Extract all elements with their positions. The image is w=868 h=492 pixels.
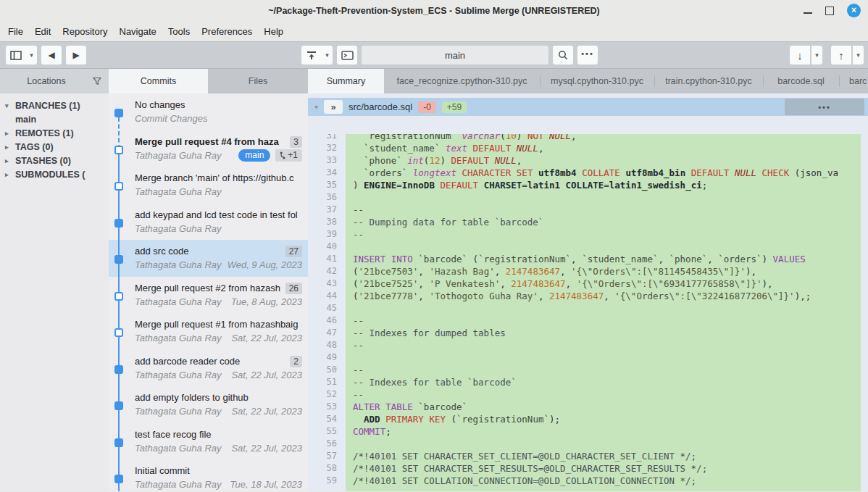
- commit-meta: Tathagata Guha RayTue, 8 Aug, 2023: [135, 295, 302, 309]
- toolbar-more-button[interactable]: •••: [577, 46, 598, 64]
- code-text: INSERT INTO `barcode` (`registrationNum`…: [346, 253, 861, 265]
- commit-row[interactable]: No changesCommit Changes: [109, 93, 308, 130]
- content-area: ▾BRANCHES (1) main ▸REMOTES (1) ▸TAGS (0…: [0, 93, 868, 491]
- current-branch-label: main: [445, 50, 465, 61]
- sidebar-item-remotes[interactable]: ▸REMOTES (1): [0, 126, 109, 140]
- commit-node-icon: [114, 255, 123, 264]
- commit-author: Tathagata Guha Ray: [135, 149, 222, 163]
- stage-hunk-button[interactable]: »: [324, 100, 343, 114]
- tab-summary[interactable]: Summary: [308, 69, 384, 93]
- commit-node-icon: [114, 182, 123, 191]
- forward-button[interactable]: ▶: [66, 46, 86, 64]
- maximize-button[interactable]: [825, 7, 834, 15]
- collapse-triangle-icon[interactable]: ▾: [314, 103, 318, 111]
- code-text: -- Indexes for dumped tables: [346, 327, 861, 339]
- menu-edit[interactable]: Edit: [35, 26, 51, 37]
- code-line: 36: [308, 191, 861, 204]
- sidebar-item-submodules[interactable]: ▸SUBMODULES (: [0, 167, 109, 181]
- menu-navigate[interactable]: Navigate: [120, 26, 157, 37]
- commit-author: Tathagata Guha Ray: [135, 222, 222, 236]
- push-dropdown-button[interactable]: ▾: [853, 46, 864, 64]
- graph-line-dashed: [118, 117, 120, 149]
- code-text: --: [346, 364, 861, 376]
- code-line: 56: [308, 438, 861, 450]
- commit-title: add empty folders to github: [135, 391, 302, 404]
- sidebar-item-tags[interactable]: ▸TAGS (0): [0, 140, 109, 154]
- branch-field[interactable]: main: [362, 46, 548, 64]
- commit-meta: Tathagata Guha RaySat, 22 Jul, 2023: [135, 331, 302, 346]
- commit-date: Wed, 9 Aug, 2023: [228, 258, 302, 272]
- diff-file-name: src/barcode.sql: [349, 101, 412, 112]
- tab-face-recognize-pyc[interactable]: face_recognize.cpython-310.pyc: [384, 69, 540, 93]
- search-button[interactable]: [553, 46, 573, 64]
- code-text: [346, 191, 861, 204]
- commit-row[interactable]: add src code27Tathagata Guha RayWed, 9 A…: [109, 240, 308, 277]
- commit-row[interactable]: add empty folders to githubTathagata Guh…: [109, 386, 308, 423]
- toggle-sidebar-button[interactable]: [6, 46, 26, 64]
- file-diff-header[interactable]: ▾ » src/barcode.sql -0 +59 •••: [308, 98, 868, 116]
- tab-row: Locations Commits Files Summary face_rec…: [0, 69, 868, 93]
- tab-files[interactable]: Files: [208, 69, 308, 93]
- line-number: 40: [308, 241, 346, 253]
- commit-date: Sat, 22 Jul, 2023: [231, 404, 302, 419]
- menu-help[interactable]: Help: [264, 26, 283, 37]
- commit-meta: Tathagata Guha RaySat, 22 Jul, 2023: [135, 441, 302, 456]
- tab-barcode-sql[interactable]: barcode.sql: [763, 69, 839, 93]
- commit-row[interactable]: Merge branch 'main' of https://github.cT…: [109, 167, 308, 204]
- filter-funnel-icon[interactable]: [93, 77, 101, 86]
- minimize-icon: [804, 12, 812, 14]
- commit-title: Merge pull request #2 from hazash: [135, 281, 302, 295]
- code-line: 50--: [308, 364, 861, 376]
- commit-button[interactable]: [301, 46, 322, 64]
- menu-repository[interactable]: Repository: [62, 26, 107, 37]
- commit-row[interactable]: Merge pull request #2 from hazash26Tatha…: [109, 277, 308, 314]
- commit-dropdown-button[interactable]: ▾: [322, 46, 333, 64]
- code-text: ('21bce7778', 'Tothogoto Guha Ray', 2147…: [346, 290, 861, 302]
- line-number: 56: [308, 438, 346, 450]
- diff-view: 31 `registrationNum` varchar(10) NOT NUL…: [308, 134, 861, 491]
- commit-meta: Tathagata Guha RaySat, 22 Jul, 2023: [135, 368, 302, 383]
- pull-dropdown-button[interactable]: ▾: [811, 46, 822, 64]
- maximize-icon: [825, 7, 834, 15]
- tab-commits[interactable]: Commits: [109, 69, 208, 93]
- tab-locations[interactable]: Locations: [0, 69, 109, 93]
- commit-row[interactable]: Merge pull request #1 from hazashbaigTat…: [109, 313, 308, 350]
- code-text: ) ENGINE=InnoDB DEFAULT CHARSET=latin1 C…: [346, 179, 861, 191]
- back-button[interactable]: ◀: [41, 46, 62, 64]
- sidebar-item-branch-main[interactable]: main: [0, 112, 109, 126]
- minimize-button[interactable]: [804, 8, 812, 14]
- commit-row[interactable]: add barcode reader code2Tathagata Guha R…: [109, 350, 308, 387]
- menu-file[interactable]: File: [8, 26, 23, 37]
- tab-train-pyc[interactable]: train.cpython-310.pyc: [654, 69, 763, 93]
- pull-icon: ↓: [797, 49, 803, 62]
- commit-row[interactable]: Merge pull request #4 from haza3Tathagat…: [109, 130, 308, 167]
- summary-pane: ▾ » src/barcode.sql -0 +59 ••• 31 `regis…: [308, 93, 868, 491]
- code-text: --: [346, 228, 861, 241]
- commit-meta: Tathagata Guha RayWed, 9 Aug, 2023: [135, 258, 302, 272]
- tab-barcode-clipped[interactable]: barc: [839, 69, 868, 93]
- menu-preferences[interactable]: Preferences: [201, 26, 252, 37]
- sidebar-dropdown-button[interactable]: ▾: [26, 46, 37, 64]
- commit-row[interactable]: Initial commitTathagata Guha RayTue, 18 …: [109, 459, 308, 491]
- terminal-button[interactable]: [337, 46, 357, 64]
- commit-title: No changes: [135, 98, 302, 112]
- commit-row[interactable]: test face recog fileTathagata Guha RaySa…: [109, 423, 308, 460]
- commit-row[interactable]: add keypad and lcd test code in test fol…: [109, 204, 308, 241]
- commit-meta: Tathagata Guha Ray: [135, 185, 302, 199]
- commit-count-badge: 2: [290, 356, 302, 367]
- line-number: 58: [308, 462, 346, 475]
- push-button[interactable]: ↑: [831, 46, 851, 64]
- hunk-more-button[interactable]: •••: [785, 99, 864, 115]
- menu-tools[interactable]: Tools: [168, 26, 190, 37]
- pull-button[interactable]: ↓: [790, 46, 810, 64]
- close-button[interactable]: ×: [847, 4, 861, 17]
- window-title: ~/Package-Theft-Prevention-System_ECS - …: [268, 6, 599, 16]
- line-number: 48: [308, 339, 346, 351]
- tab-mysql-pyc[interactable]: mysql.cpython-310.pyc: [540, 69, 654, 93]
- commit-meta: Commit Changes: [135, 112, 302, 126]
- line-number: 38: [308, 216, 346, 228]
- sidebar-item-stashes[interactable]: ▸STASHES (0): [0, 154, 109, 167]
- sidebar-item-branches[interactable]: ▾BRANCHES (1): [0, 99, 109, 112]
- commit-date: Sat, 22 Jul, 2023: [231, 368, 302, 383]
- code-line: 41INSERT INTO `barcode` (`registrationNu…: [308, 253, 861, 265]
